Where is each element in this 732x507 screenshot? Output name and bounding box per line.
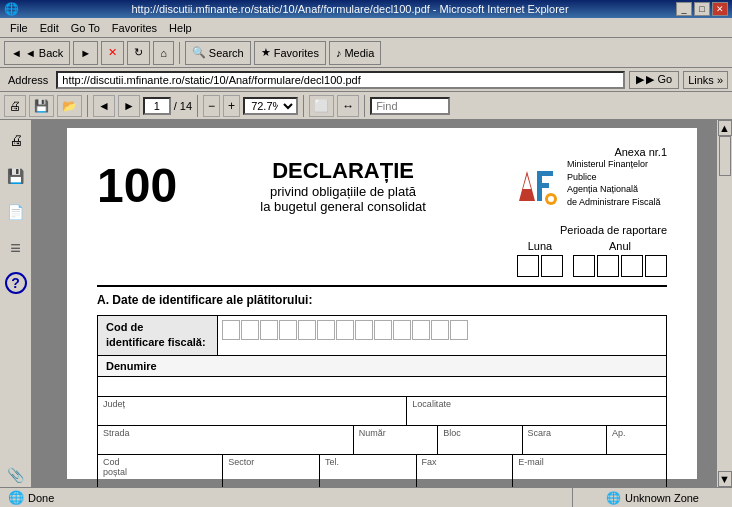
cod-box-7[interactable] [336, 320, 354, 340]
numar-label: Număr [359, 428, 432, 438]
scroll-up-button[interactable]: ▲ [718, 120, 732, 136]
zone-icon: 🌐 [606, 491, 621, 505]
cod-box-5[interactable] [298, 320, 316, 340]
cod-box-12[interactable] [431, 320, 449, 340]
minimize-button[interactable]: _ [676, 2, 692, 16]
menu-favorites[interactable]: Favorites [106, 20, 163, 36]
pdf-title-sub2: la bugetul general consolidat [197, 199, 489, 214]
go-button[interactable]: ▶ ▶ Go [629, 71, 679, 89]
scrollbar[interactable]: ▲ ▼ [716, 120, 732, 487]
pdf-save-button[interactable]: 💾 [29, 95, 54, 117]
cod-box-3[interactable] [260, 320, 278, 340]
period-an-box-4[interactable] [645, 255, 667, 277]
sector-value[interactable] [228, 467, 314, 481]
sidebar-icon-help[interactable]: ? [5, 272, 27, 294]
back-button[interactable]: ◄ ◄ Back [4, 41, 70, 65]
address-input[interactable] [56, 71, 625, 89]
fax-cell: Fax [417, 455, 514, 487]
sidebar-icon-attach[interactable]: 📎 [4, 463, 28, 487]
status-bar: 🌐 Done 🌐 Unknown Zone [0, 487, 732, 507]
cod-box-8[interactable] [355, 320, 373, 340]
period-an-box-3[interactable] [621, 255, 643, 277]
cod-box-4[interactable] [279, 320, 297, 340]
left-sidebar: 🖨 💾 📄 ≡ ? 📎 [0, 120, 32, 487]
zone-text: Unknown Zone [625, 492, 699, 504]
pdf-fit-page-button[interactable]: ⬜ [309, 95, 334, 117]
svg-point-6 [548, 196, 554, 202]
judet-value[interactable] [103, 409, 401, 423]
tel-value[interactable] [325, 467, 411, 481]
cod-box-1[interactable] [222, 320, 240, 340]
cod-box-2[interactable] [241, 320, 259, 340]
media-icon: ♪ [336, 47, 342, 59]
period-an-box-1[interactable] [573, 255, 595, 277]
close-button[interactable]: ✕ [712, 2, 728, 16]
strada-value[interactable] [103, 438, 348, 452]
pdf-total-pages: 14 [180, 100, 192, 112]
bloc-label: Bloc [443, 428, 516, 438]
ap-cell: Ap. [607, 426, 666, 454]
cod-box-10[interactable] [393, 320, 411, 340]
home-button[interactable]: ⌂ [153, 41, 174, 65]
bloc-value[interactable] [443, 438, 516, 452]
stop-button[interactable]: ✕ [101, 41, 124, 65]
pdf-print-button[interactable]: 🖨 [4, 95, 26, 117]
cod-box-13[interactable] [450, 320, 468, 340]
pdf-sep-3 [303, 95, 304, 117]
pdf-fit-width-button[interactable]: ↔ [337, 95, 359, 117]
scara-value[interactable] [528, 438, 601, 452]
fax-value[interactable] [422, 467, 508, 481]
localitate-value[interactable] [412, 409, 661, 423]
sidebar-icon-doc[interactable]: 📄 [4, 200, 28, 224]
pdf-zoom-select[interactable]: 72.7% 50% 100% 125% 150% [243, 97, 298, 115]
period-an-box-2[interactable] [597, 255, 619, 277]
menu-file[interactable]: File [4, 20, 34, 36]
tel-label: Tel. [325, 457, 411, 467]
sidebar-icon-save[interactable]: 💾 [4, 164, 28, 188]
section-a-title: A. Date de identificare ale plătitorului… [97, 293, 667, 307]
favorites-button[interactable]: ★ Favorites [254, 41, 326, 65]
pdf-next-page-button[interactable]: ► [118, 95, 140, 117]
bloc-cell: Bloc [438, 426, 522, 454]
maximize-button[interactable]: □ [694, 2, 710, 16]
search-button[interactable]: 🔍 Search [185, 41, 251, 65]
scroll-down-button[interactable]: ▼ [718, 471, 732, 487]
email-label: E-mail [518, 457, 661, 467]
refresh-button[interactable]: ↻ [127, 41, 150, 65]
pdf-open-button[interactable]: 📂 [57, 95, 82, 117]
pdf-scroll[interactable]: Anexa nr.1 100 DECLARAȚIE privind obliga… [32, 120, 732, 487]
cod-postal-value[interactable] [103, 477, 217, 487]
period-luna-label: Luna [528, 240, 552, 252]
links-button[interactable]: Links » [683, 71, 728, 89]
denumire-input[interactable] [97, 377, 667, 397]
pdf-prev-page-button[interactable]: ◄ [93, 95, 115, 117]
scara-label: Scara [528, 428, 601, 438]
period-luna-box-2[interactable] [541, 255, 563, 277]
cod-box-9[interactable] [374, 320, 392, 340]
pdf-find-input[interactable] [370, 97, 450, 115]
pdf-sep-4 [364, 95, 365, 117]
pdf-zoom-out-button[interactable]: − [203, 95, 220, 117]
pdf-zoom-in-button[interactable]: + [223, 95, 240, 117]
numar-value[interactable] [359, 438, 432, 452]
svg-rect-3 [537, 171, 553, 176]
scroll-thumb[interactable] [719, 136, 731, 176]
ap-value[interactable] [612, 438, 661, 452]
pdf-logo: Ministerul Finanțelor Publice Agenția Na… [509, 158, 667, 208]
menu-goto[interactable]: Go To [65, 20, 106, 36]
sidebar-icon-print[interactable]: 🖨 [4, 128, 28, 152]
menu-help[interactable]: Help [163, 20, 198, 36]
cod-label: Cod de identificare fiscală: [98, 316, 218, 355]
media-button[interactable]: ♪ Media [329, 41, 381, 65]
period-luna-box-1[interactable] [517, 255, 539, 277]
cod-box-11[interactable] [412, 320, 430, 340]
pdf-sep-1 [87, 95, 88, 117]
sidebar-icon-layers[interactable]: ≡ [4, 236, 28, 260]
strada-cell: Strada [98, 426, 354, 454]
menu-edit[interactable]: Edit [34, 20, 65, 36]
cod-box-6[interactable] [317, 320, 335, 340]
pdf-page-input[interactable] [143, 97, 171, 115]
email-value[interactable] [518, 467, 661, 481]
forward-button[interactable]: ► [73, 41, 98, 65]
svg-rect-4 [537, 183, 549, 188]
